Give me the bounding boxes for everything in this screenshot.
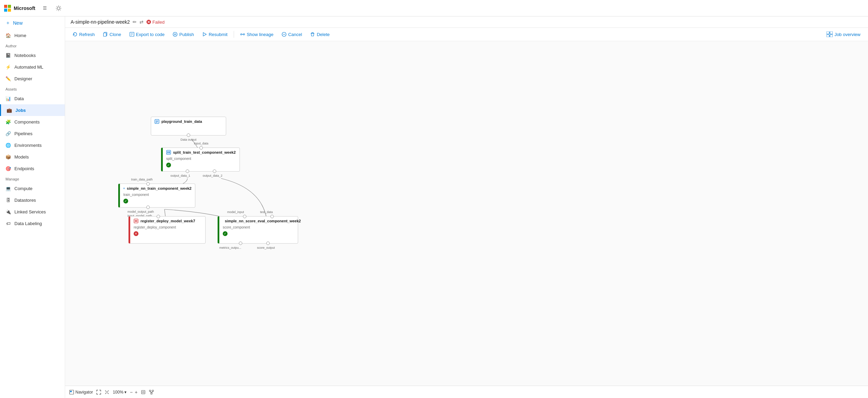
show-lineage-button[interactable]: Show lineage	[237, 30, 277, 39]
cancel-button[interactable]: Cancel	[278, 30, 305, 39]
sidebar-item-jobs[interactable]: 💼 Jobs	[0, 104, 65, 116]
port-train-output[interactable]	[146, 206, 150, 209]
svg-rect-0	[4, 5, 7, 8]
sidebar-item-designer[interactable]: ✏️ Designer	[0, 73, 65, 84]
node-split-train-test[interactable]: split_train_test_component_week2 split_c…	[161, 148, 240, 172]
node-train[interactable]: simple_nn_train_component_week2 train_co…	[118, 184, 195, 208]
sidebar-item-endpoints[interactable]: 🎯 Endpoints	[0, 163, 65, 174]
sidebar-item-notebooks[interactable]: 📓 Notebooks	[0, 49, 65, 61]
fit-frame-button[interactable]	[141, 390, 146, 395]
sidebar-item-datastores[interactable]: 🗄 Datastores	[0, 194, 65, 206]
sidebar-item-home[interactable]: 🏠 Home	[0, 30, 65, 41]
compare-icon[interactable]: ⇄	[139, 19, 144, 25]
port-split-output2[interactable]	[213, 169, 216, 173]
port-score-input-test[interactable]	[270, 215, 274, 218]
register-node-icon	[134, 219, 138, 223]
frame-icon	[141, 390, 146, 395]
node-register-status: ✕	[134, 231, 138, 236]
port-score-metrics[interactable]	[239, 242, 242, 245]
compute-icon: 💻	[5, 186, 11, 191]
svg-rect-20	[827, 35, 829, 37]
automated-ml-icon: ⚡	[5, 64, 11, 70]
zoom-dropdown-icon[interactable]: ▾	[124, 390, 126, 395]
job-overview-button[interactable]: Job overview	[823, 30, 864, 39]
sidebar-item-compute[interactable]: 💻 Compute	[0, 183, 65, 194]
port-split-input[interactable]	[199, 146, 203, 150]
refresh-icon	[73, 32, 77, 37]
edit-icon[interactable]: ✏	[133, 19, 137, 25]
auto-layout-button[interactable]	[149, 390, 154, 395]
failed-icon	[146, 20, 151, 24]
pipeline-title: A-simple-nn-pipeline-week2	[71, 19, 130, 25]
port-split-output1[interactable]	[186, 169, 189, 173]
port-data-output[interactable]	[187, 133, 190, 137]
resubmit-button[interactable]: Resubmit	[199, 30, 231, 39]
node-playground-title: playground_train_data	[161, 119, 202, 124]
sidebar-item-environments[interactable]: 🌐 Environments	[0, 139, 65, 151]
node-register[interactable]: register_deploy_model_week7 register_dep…	[129, 216, 206, 244]
zoom-out-icon[interactable]: −	[130, 389, 133, 395]
status-badge: Failed	[146, 20, 164, 25]
expand-button[interactable]	[105, 390, 109, 395]
lineage-icon	[240, 32, 245, 37]
sidebar-item-models[interactable]: 📦 Models	[0, 151, 65, 163]
port-score-output-label: score_output	[257, 246, 275, 249]
sidebar: ＋ New 🏠 Home Author 📓 Notebooks ⚡ Automa…	[0, 0, 65, 398]
svg-rect-28	[167, 150, 171, 154]
assets-section-label: Assets	[0, 84, 65, 93]
split-node-icon	[166, 150, 171, 155]
node-split-subtitle: split_component	[163, 157, 240, 162]
export-button[interactable]: Export to code	[126, 30, 168, 39]
port-score-input-model[interactable]	[243, 215, 246, 218]
clone-icon	[103, 32, 108, 37]
zoom-in-icon[interactable]: +	[135, 389, 137, 395]
svg-line-41	[151, 391, 153, 393]
zoom-controls: − +	[130, 389, 137, 395]
settings-icon[interactable]	[54, 4, 63, 12]
layout-icon	[149, 390, 154, 395]
pipeline-canvas[interactable]: playground_train_data Data output split_…	[65, 41, 868, 398]
collapse-icon[interactable]: ☰	[41, 4, 49, 12]
port-register-input[interactable]	[157, 215, 160, 218]
svg-rect-21	[830, 35, 833, 37]
refresh-button[interactable]: Refresh	[69, 30, 98, 39]
node-score[interactable]: simple_nn_score_eval_component_week2 sco…	[218, 216, 298, 244]
port-split-output2-label: output_data_2	[203, 174, 222, 177]
node-register-title: register_deploy_model_week7	[140, 219, 195, 223]
main-content: A-simple-nn-pipeline-week2 ✏ ⇄ Failed Re…	[65, 0, 868, 398]
designer-icon: ✏️	[5, 76, 11, 81]
node-score-subtitle: score_component	[219, 225, 298, 231]
delete-button[interactable]: Delete	[307, 30, 333, 39]
jobs-icon: 💼	[7, 107, 12, 113]
new-button[interactable]: ＋ New	[0, 16, 65, 30]
clone-button[interactable]: Clone	[100, 30, 125, 39]
navigator-button[interactable]: Navigator	[69, 390, 93, 395]
publish-button[interactable]: Publish	[169, 30, 197, 39]
sidebar-item-automated-ml[interactable]: ⚡ Automated ML	[0, 61, 65, 73]
svg-rect-8	[103, 33, 106, 36]
author-section-label: Author	[0, 41, 65, 49]
publish-icon	[173, 32, 178, 37]
port-score-test-label: test_data	[260, 210, 273, 214]
port-split-output1-label: output_data_1	[170, 174, 190, 177]
sidebar-item-linked-services[interactable]: 🔌 Linked Services	[0, 206, 65, 218]
sidebar-item-data[interactable]: 📊 Data	[0, 93, 65, 104]
node-register-subtitle: register_deploy_component	[130, 225, 205, 231]
sidebar-item-components[interactable]: 🧩 Components	[0, 116, 65, 128]
node-playground-train-data[interactable]: playground_train_data Data output	[151, 117, 226, 136]
svg-rect-38	[152, 390, 154, 391]
notebooks-icon: 📓	[5, 52, 11, 58]
sidebar-item-pipelines[interactable]: 🔗 Pipelines	[0, 128, 65, 139]
svg-rect-36	[143, 391, 144, 393]
svg-point-11	[174, 34, 176, 35]
node-register-header: register_deploy_model_week7	[130, 216, 205, 225]
environments-icon: 🌐	[5, 142, 11, 148]
job-overview-icon	[827, 32, 833, 37]
fit-view-button[interactable]	[96, 390, 101, 395]
datastores-icon: 🗄	[5, 197, 11, 203]
port-score-output[interactable]	[266, 242, 270, 245]
port-train-input[interactable]	[146, 182, 150, 186]
sidebar-item-data-labeling[interactable]: 🏷 Data Labeling	[0, 218, 65, 229]
svg-point-10	[173, 32, 177, 36]
topbar: Microsoft ☰	[0, 0, 868, 16]
